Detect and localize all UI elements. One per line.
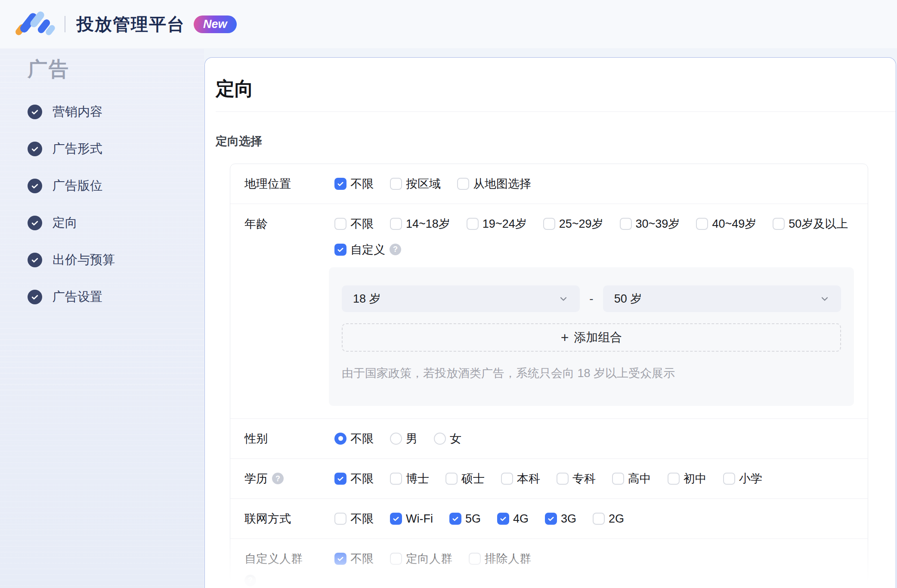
checkbox-unchecked-icon	[501, 473, 513, 485]
checkbox-checked-icon	[334, 178, 346, 190]
option-label: 博士	[406, 471, 429, 486]
row-label-line: 性别	[244, 431, 334, 446]
app-header: 投放管理平台 New	[0, 0, 897, 48]
add-combination-label: 添加组合	[574, 329, 622, 346]
row-label-text: 地理位置	[244, 176, 291, 191]
age-option[interactable]: 14~18岁	[390, 217, 450, 231]
row-label-location: 地理位置	[244, 176, 334, 191]
age-max-select-value: 50 岁	[614, 291, 642, 306]
sidebar-nav: 营销内容广告形式广告版位定向出价与预算广告设置	[28, 103, 204, 306]
form-row-location: 地理位置不限按区域从地图选择	[230, 164, 868, 204]
age-range-panel: 18 岁-50 岁+添加组合由于国家政策，若投放酒类广告，系统只会向 18 岁以…	[329, 267, 854, 406]
age-option[interactable]: 19~24岁	[467, 217, 527, 231]
sidebar-item-2[interactable]: 广告形式	[28, 140, 204, 158]
network-option[interactable]: Wi-Fi	[390, 511, 433, 526]
step-completed-check-icon	[28, 105, 42, 119]
sidebar-item-label: 出价与预算	[53, 251, 115, 269]
checkbox-unchecked-icon	[668, 473, 680, 485]
gender-options: 不限男女	[334, 431, 868, 446]
checkbox-unchecked-icon	[457, 178, 469, 190]
sidebar-item-5[interactable]: 出价与预算	[28, 251, 204, 269]
age-max-select[interactable]: 50 岁	[603, 285, 841, 312]
education-option[interactable]: 本科	[501, 471, 540, 486]
option-label: 30~39岁	[636, 217, 680, 231]
audience-option[interactable]: 定向人群	[390, 551, 452, 566]
option-label: 不限	[350, 511, 374, 526]
network-option[interactable]: 不限	[334, 511, 374, 526]
age-option[interactable]: 30~39岁	[620, 217, 680, 231]
radio-unchecked-icon	[390, 433, 402, 445]
audience-option[interactable]: 排除人群	[469, 551, 531, 566]
radio-unchecked-icon	[434, 433, 446, 445]
row-label-network: 联网方式	[244, 511, 334, 526]
network-option[interactable]: 5G	[449, 511, 481, 526]
age-option[interactable]: 40~49岁	[696, 217, 756, 231]
age-option[interactable]: 50岁及以上	[773, 217, 848, 231]
age-range-selects: 18 岁-50 岁	[342, 285, 841, 312]
sidebar-item-label: 广告设置	[53, 288, 102, 306]
location-option[interactable]: 不限	[334, 176, 374, 191]
location-option[interactable]: 从地图选择	[457, 176, 531, 191]
location-option[interactable]: 按区域	[390, 176, 441, 191]
checkbox-unchecked-icon	[334, 218, 346, 230]
sidebar-item-4[interactable]: 定向	[28, 214, 204, 232]
option-label: 按区域	[406, 176, 441, 191]
education-option[interactable]: 初中	[668, 471, 707, 486]
plus-icon: +	[561, 331, 569, 344]
age-min-select-value: 18 岁	[353, 291, 381, 306]
checkbox-unchecked-icon	[620, 218, 632, 230]
app-logo	[16, 10, 58, 38]
option-label: 本科	[517, 471, 540, 486]
sidebar-item-6[interactable]: 广告设置	[28, 288, 204, 306]
checkbox-unchecked-icon	[390, 218, 402, 230]
row-content-location: 不限按区域从地图选择	[334, 176, 868, 191]
option-label: 19~24岁	[483, 217, 527, 231]
age-option[interactable]: 不限	[334, 217, 374, 231]
gender-option[interactable]: 男	[390, 431, 418, 446]
sidebar-item-3[interactable]: 广告版位	[28, 177, 204, 195]
age-min-select[interactable]: 18 岁	[342, 285, 580, 312]
form-row-gender: 性别不限男女	[230, 418, 868, 458]
network-option[interactable]: 2G	[593, 511, 624, 526]
checkbox-unchecked-icon	[469, 553, 481, 565]
sidebar: 广告 营销内容广告形式广告版位定向出价与预算广告设置	[0, 48, 204, 588]
audience-help-icon[interactable]: ?	[244, 575, 256, 586]
row-label-text: 自定义人群	[244, 551, 303, 566]
row-label-text: 性别	[244, 431, 268, 446]
row-label-gender: 性别	[244, 431, 334, 446]
step-completed-check-icon	[28, 253, 42, 267]
option-label: 不限	[350, 217, 374, 231]
custom-age-help-icon[interactable]: ?	[390, 244, 401, 255]
radio-checked-icon	[334, 433, 346, 445]
option-label: 5G	[465, 511, 481, 526]
sidebar-item-1[interactable]: 营销内容	[28, 103, 204, 121]
network-option[interactable]: 3G	[545, 511, 576, 526]
age-option[interactable]: 自定义	[334, 242, 385, 257]
education-option[interactable]: 博士	[390, 471, 429, 486]
network-options: 不限Wi-Fi5G4G3G2G	[334, 511, 868, 526]
education-option[interactable]: 高中	[612, 471, 651, 486]
education-option[interactable]: 专科	[557, 471, 596, 486]
row-label-audience: 自定义人群?	[244, 551, 334, 586]
option-label: 男	[406, 431, 418, 446]
education-option[interactable]: 不限	[334, 471, 374, 486]
audience-option[interactable]: 不限	[334, 551, 374, 566]
checkbox-checked-icon	[390, 513, 402, 525]
option-label: 2G	[609, 511, 624, 526]
option-label: 不限	[350, 176, 374, 191]
option-label: 小学	[739, 471, 762, 486]
gender-option[interactable]: 女	[434, 431, 461, 446]
education-option[interactable]: 硕士	[445, 471, 485, 486]
education-help-icon[interactable]: ?	[272, 473, 284, 484]
sidebar-item-label: 广告版位	[53, 177, 102, 195]
checkbox-unchecked-icon	[696, 218, 708, 230]
age-option[interactable]: 25~29岁	[543, 217, 603, 231]
row-content-age: 不限14~18岁19~24岁25~29岁30~39岁40~49岁50岁及以上自定…	[334, 217, 868, 406]
education-option[interactable]: 小学	[723, 471, 762, 486]
add-combination-button[interactable]: +添加组合	[342, 323, 841, 352]
age-policy-note: 由于国家政策，若投放酒类广告，系统只会向 18 岁以上受众展示	[342, 365, 841, 381]
row-label-line: 联网方式	[244, 511, 334, 526]
step-completed-check-icon	[28, 142, 42, 156]
network-option[interactable]: 4G	[497, 511, 529, 526]
gender-option[interactable]: 不限	[334, 431, 374, 446]
